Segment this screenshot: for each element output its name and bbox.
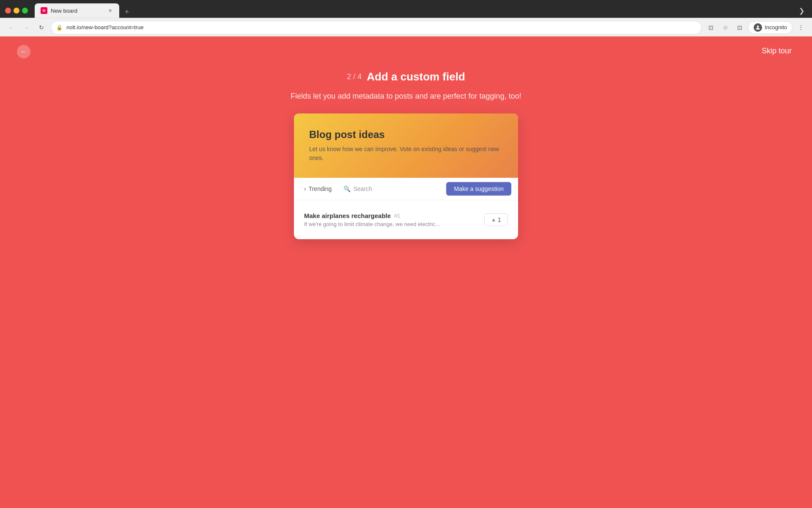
vote-button[interactable]: ▲ 1 — [484, 213, 508, 226]
step-indicator: 2 / 4 Add a custom field — [347, 70, 465, 83]
lock-icon: 🔒 — [56, 25, 63, 30]
address-bar[interactable]: 🔒 nolt.io/new-board?account=true — [51, 21, 702, 34]
new-tab-button[interactable]: + — [121, 6, 133, 18]
trending-label: Trending — [309, 185, 332, 192]
tab-title: New board — [51, 8, 103, 14]
step-description: Fields let you add metadata to posts and… — [291, 92, 521, 101]
avatar — [754, 23, 762, 32]
reload-button[interactable]: ↻ — [36, 22, 47, 33]
post-preview: If we're going to limit climate change, … — [304, 221, 477, 227]
posts-list: Make airplanes rechargeable #1 If we're … — [294, 200, 518, 239]
post-content: Make airplanes rechargeable #1 If we're … — [304, 212, 477, 227]
back-navigation-button[interactable]: ← — [17, 45, 30, 58]
back-button[interactable]: ← — [5, 22, 17, 33]
post-number: #1 — [394, 213, 400, 219]
trending-filter-button[interactable]: › Trending — [301, 184, 335, 194]
split-view-icon[interactable]: ⊡ — [734, 22, 746, 33]
tab-bar: N New board ✕ + — [35, 3, 793, 18]
post-title: Make airplanes rechargeable #1 — [304, 212, 477, 219]
board-description: Let us know how we can improve. Vote on … — [309, 145, 503, 163]
tour-header: 2 / 4 Add a custom field Fields let you … — [291, 70, 521, 101]
tab-close-button[interactable]: ✕ — [107, 7, 113, 14]
active-tab[interactable]: N New board ✕ — [35, 3, 119, 18]
maximize-window-button[interactable] — [22, 8, 28, 14]
step-number: 2 / 4 — [347, 72, 362, 81]
menu-icon[interactable]: ⋮ — [795, 22, 807, 33]
bookmark-icon[interactable]: ☆ — [719, 22, 731, 33]
minimize-window-button[interactable] — [14, 8, 19, 14]
search-area[interactable]: 🔍 Search — [340, 184, 441, 194]
tab-chevron-icon: ❯ — [796, 4, 807, 17]
skip-tour-button[interactable]: Skip tour — [758, 45, 795, 57]
cursor-ripple — [226, 235, 243, 252]
browser-chrome: N New board ✕ + ❯ ← → ↻ 🔒 nolt.io/new-bo… — [0, 0, 812, 36]
back-arrow-icon: ← — [20, 48, 27, 55]
svg-point-0 — [757, 25, 759, 28]
close-window-button[interactable] — [5, 8, 11, 14]
board-toolbar: › Trending 🔍 Search Make a suggestion — [294, 178, 518, 200]
traffic-lights — [5, 8, 28, 14]
browser-toolbar: ← → ↻ 🔒 nolt.io/new-board?account=true ⊡… — [0, 18, 812, 36]
trending-icon: › — [304, 185, 306, 192]
board-header: Blog post ideas Let us know how we can i… — [294, 113, 518, 178]
search-label: Search — [353, 185, 372, 192]
make-suggestion-button[interactable]: Make a suggestion — [446, 182, 511, 196]
vote-count: 1 — [498, 216, 501, 223]
cast-icon[interactable]: ⊡ — [705, 22, 717, 33]
url-text: nolt.io/new-board?account=true — [66, 24, 143, 30]
tab-right-controls: ❯ — [796, 4, 807, 17]
post-item[interactable]: Make airplanes rechargeable #1 If we're … — [294, 207, 518, 232]
vote-arrow-icon: ▲ — [491, 217, 496, 223]
search-icon: 🔍 — [343, 185, 351, 192]
step-title: Add a custom field — [367, 70, 465, 83]
page-content: ← Skip tour 2 / 4 Add a custom field Fie… — [0, 36, 812, 508]
incognito-label: Incognito — [765, 24, 787, 30]
post-title-text: Make airplanes rechargeable — [304, 212, 391, 219]
incognito-profile[interactable]: Incognito — [748, 21, 793, 34]
board-title: Blog post ideas — [309, 129, 503, 141]
toolbar-right: ⊡ ☆ ⊡ Incognito ⋮ — [705, 21, 807, 34]
browser-titlebar: N New board ✕ + ❯ — [0, 0, 812, 18]
forward-button[interactable]: → — [20, 22, 32, 33]
board-card: Blog post ideas Let us know how we can i… — [294, 113, 518, 239]
tab-favicon: N — [41, 7, 47, 14]
